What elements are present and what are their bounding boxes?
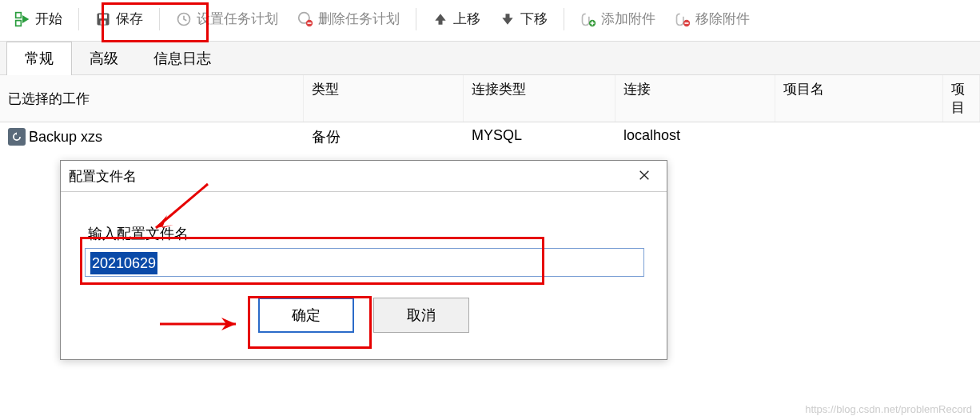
move-up-button[interactable]: 上移 [424,5,488,33]
clock-icon [176,11,192,27]
col-header-project-short: 项目 [943,75,980,122]
profile-name-label: 输入配置文件名 [85,224,643,243]
move-down-label: 下移 [520,10,548,28]
svg-rect-3 [101,20,106,24]
delete-task-plan-button[interactable]: 删除任务计划 [289,5,408,33]
dialog-title-text: 配置文件名 [69,167,137,186]
remove-attachment-button[interactable]: 移除附件 [667,5,758,33]
set-task-plan-button[interactable]: 设置任务计划 [168,5,286,33]
profile-name-value: 20210629 [90,252,157,274]
profile-name-dialog: 配置文件名 输入配置文件名 20210629 确定 取消 [60,160,667,360]
row-conn: localhost [615,122,775,151]
separator [159,8,160,30]
tab-general[interactable]: 常规 [6,42,72,75]
delete-task-plan-label: 删除任务计划 [318,10,400,28]
col-header-conn: 连接 [615,75,775,122]
attachment-add-icon [580,11,596,27]
play-icon [14,11,30,27]
tab-advanced[interactable]: 高级 [72,42,136,74]
backup-icon [8,128,26,146]
svg-rect-2 [99,14,107,18]
dialog-titlebar: 配置文件名 [61,161,667,192]
svg-rect-10 [685,22,689,24]
arrow-up-icon [432,11,448,27]
close-button[interactable] [630,166,659,186]
grid-header: 已选择的工作 类型 连接类型 连接 项目名 项目 [0,74,980,122]
row-job: Backup xzs [29,129,102,146]
start-button[interactable]: 开始 [6,5,70,33]
add-attachment-button[interactable]: 添加附件 [572,5,663,33]
svg-rect-0 [16,12,22,18]
move-up-label: 上移 [453,10,480,28]
separator [564,8,564,30]
svg-rect-7 [308,22,312,24]
separator [78,8,79,30]
save-button[interactable]: 保存 [87,5,151,33]
set-task-plan-label: 设置任务计划 [197,10,278,28]
toolbar: 开始 保存 设置任务计划 删除任务计划 上移 下移 [0,0,980,42]
move-down-button[interactable]: 下移 [492,5,556,33]
separator [416,8,416,30]
remove-attachment-label: 移除附件 [695,10,750,28]
dialog-buttons: 确定 取消 [85,298,643,333]
col-header-project: 项目名 [775,75,943,122]
cancel-button[interactable]: 取消 [373,298,469,333]
col-header-conntype: 连接类型 [464,75,615,122]
close-icon [638,167,651,186]
table-row[interactable]: Backup xzs 备份 MYSQL localhost [0,122,980,151]
row-project-short [943,122,980,151]
profile-name-input[interactable]: 20210629 [85,248,644,277]
start-label: 开始 [35,10,62,28]
save-icon [95,11,111,27]
clock-remove-icon [297,11,313,27]
tab-bar: 常规 高级 信息日志 [0,42,980,74]
dialog-body: 输入配置文件名 20210629 确定 取消 [61,192,667,349]
col-header-job: 已选择的工作 [0,75,304,122]
arrow-down-icon [500,11,516,27]
row-project [775,122,943,151]
col-header-type: 类型 [304,75,464,122]
save-label: 保存 [116,10,143,28]
row-conntype: MYSQL [464,122,615,151]
row-type: 备份 [304,122,464,151]
watermark: https://blog.csdn.net/problemRecord [805,403,972,415]
tab-log[interactable]: 信息日志 [136,42,229,74]
ok-button[interactable]: 确定 [258,298,354,333]
add-attachment-label: 添加附件 [601,10,655,28]
attachment-remove-icon [675,11,691,27]
